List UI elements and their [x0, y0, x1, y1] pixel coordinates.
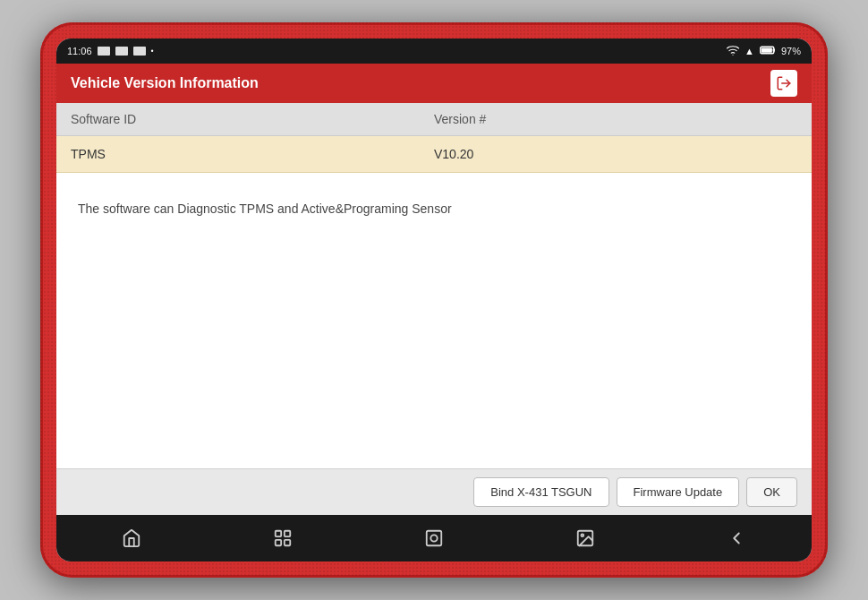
table-header: Software ID Version #: [56, 103, 812, 136]
col-software-id: Software ID: [71, 112, 434, 126]
signal-icon: ▲: [745, 46, 754, 56]
version-value: V10.20: [434, 147, 797, 161]
svg-point-0: [732, 55, 733, 56]
content-description: The software can Diagnostic TPMS and Act…: [78, 200, 790, 219]
notification-icon: [98, 47, 110, 56]
svg-rect-8: [427, 531, 442, 546]
gallery-button[interactable]: [567, 520, 603, 556]
status-bar-left: 11:06 •: [67, 46, 154, 56]
recent-apps-button[interactable]: [265, 520, 301, 556]
status-bar-right: ▲ 97%: [727, 44, 801, 58]
battery-percent: 97%: [781, 46, 801, 56]
settings-icon: [115, 47, 128, 56]
page-title: Vehicle Version Information: [71, 75, 259, 91]
svg-point-11: [581, 534, 583, 536]
svg-rect-2: [762, 47, 772, 52]
ok-button[interactable]: OK: [746, 477, 797, 507]
screenshot-button[interactable]: [416, 520, 452, 556]
software-id-value: TPMS: [71, 147, 434, 161]
tablet-device: 11:06 • ▲: [40, 22, 828, 578]
svg-rect-7: [285, 540, 290, 545]
wifi-icon: [727, 44, 739, 58]
svg-rect-6: [276, 540, 281, 545]
exit-button[interactable]: [770, 70, 797, 97]
svg-rect-4: [276, 531, 281, 536]
tablet-screen: 11:06 • ▲: [56, 39, 812, 561]
status-bar: 11:06 • ▲: [56, 39, 812, 64]
bind-tsgun-button[interactable]: Bind X-431 TSGUN: [473, 477, 608, 507]
time-display: 11:06: [67, 46, 92, 56]
back-button[interactable]: [719, 520, 754, 556]
gear-icon: [133, 47, 146, 56]
content-area: The software can Diagnostic TPMS and Act…: [56, 173, 812, 468]
dot-icon: •: [151, 47, 154, 56]
footer-actions: Bind X-431 TSGUN Firmware Update OK: [56, 468, 812, 515]
home-button[interactable]: [114, 520, 149, 556]
svg-point-9: [430, 535, 437, 541]
battery-icon: [760, 45, 776, 57]
title-bar: Vehicle Version Information: [56, 64, 812, 103]
firmware-update-button[interactable]: Firmware Update: [617, 477, 740, 507]
table-row: TPMS V10.20: [56, 136, 812, 173]
svg-rect-5: [285, 531, 290, 536]
col-version: Version #: [434, 112, 797, 126]
nav-bar: [56, 515, 812, 561]
